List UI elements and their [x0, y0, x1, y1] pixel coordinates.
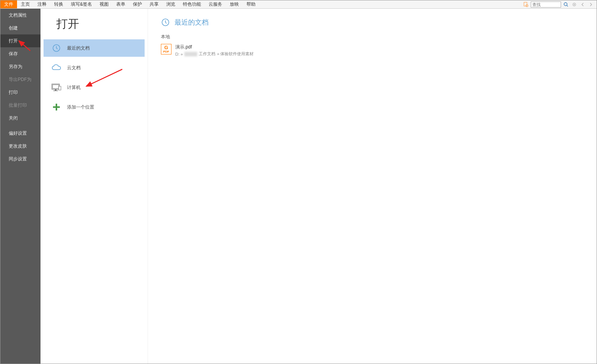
- file-sidebar: 文档属性 创建 打开 保存 另存为 导出PDF为 打印 批量打印 关闭 偏好设置…: [0, 9, 41, 364]
- location-label: 计算机: [67, 84, 81, 91]
- section-local: 本地: [161, 34, 584, 40]
- svg-rect-10: [53, 90, 58, 91]
- location-cloud[interactable]: 云文档: [44, 59, 145, 76]
- sidebar-save-as[interactable]: 另存为: [0, 60, 41, 73]
- computer-icon: [51, 82, 62, 93]
- sidebar-sync[interactable]: 同步设置: [0, 152, 41, 165]
- sidebar-save[interactable]: 保存: [0, 47, 41, 60]
- menu-convert[interactable]: 转换: [50, 0, 67, 8]
- main-body: 文档属性 创建 打开 保存 另存为 导出PDF为 打印 批量打印 关闭 偏好设置…: [0, 9, 597, 364]
- open-subpanel: 打开 最近的文档 云文档 计算机: [41, 9, 148, 364]
- search-icon[interactable]: [563, 1, 569, 8]
- sidebar-print[interactable]: 打印: [0, 86, 41, 99]
- clock-icon: [161, 18, 170, 27]
- file-info: 演示.pdf D: » xxxx 工作文档 » 体验软件使用素材: [175, 44, 254, 57]
- pdf-file-icon: G PDF: [161, 44, 171, 54]
- menu-cloud[interactable]: 云服务: [205, 0, 226, 8]
- svg-point-5: [574, 4, 575, 5]
- sidebar-skin[interactable]: 更改皮肤: [0, 140, 41, 152]
- recent-file-item[interactable]: G PDF 演示.pdf D: » xxxx 工作文档 » 体验软件使用素材: [161, 42, 584, 58]
- file-path: D: » xxxx 工作文档 » 体验软件使用素材: [175, 51, 254, 57]
- location-label: 添加一个位置: [67, 104, 94, 110]
- search-page-icon[interactable]: [522, 1, 529, 8]
- menu-view[interactable]: 视图: [96, 0, 112, 8]
- menu-form[interactable]: 表单: [112, 0, 129, 8]
- menu-browse[interactable]: 浏览: [162, 0, 179, 8]
- svg-rect-0: [524, 2, 527, 6]
- clock-icon: [51, 43, 62, 53]
- menu-home[interactable]: 主页: [17, 0, 34, 8]
- sidebar-close[interactable]: 关闭: [0, 112, 41, 124]
- cloud-icon: [51, 62, 62, 73]
- menu-share[interactable]: 共享: [146, 0, 162, 8]
- sidebar-create[interactable]: 创建: [0, 22, 41, 34]
- svg-rect-8: [53, 85, 59, 89]
- sidebar-doc-properties[interactable]: 文档属性: [0, 9, 41, 22]
- sidebar-preferences[interactable]: 偏好设置: [0, 127, 41, 140]
- settings-gear-icon[interactable]: [571, 1, 578, 8]
- menu-annotate[interactable]: 注释: [34, 0, 50, 8]
- menu-slideshow[interactable]: 放映: [226, 0, 243, 8]
- svg-line-3: [567, 5, 568, 6]
- menu-bar: 文件 主页 注释 转换 填写&签名 视图 表单 保护 共享 浏览 特色功能 云服…: [0, 0, 597, 9]
- file-name: 演示.pdf: [175, 44, 254, 50]
- sidebar-open[interactable]: 打开: [0, 34, 41, 47]
- app-window: 文件 主页 注释 转换 填写&签名 视图 表单 保护 共享 浏览 特色功能 云服…: [0, 0, 597, 364]
- nav-prev-icon[interactable]: [579, 1, 586, 8]
- location-computer[interactable]: 计算机: [44, 79, 145, 96]
- svg-rect-13: [53, 106, 60, 108]
- plus-icon: [51, 102, 62, 112]
- nav-next-icon[interactable]: [588, 1, 594, 8]
- menubar-right: [522, 0, 597, 8]
- subpanel-title: 打开: [41, 16, 148, 39]
- menu-file[interactable]: 文件: [0, 0, 17, 8]
- svg-point-2: [564, 3, 567, 6]
- sidebar-export-pdf[interactable]: 导出PDF为: [0, 73, 41, 86]
- content-header: 最近的文档: [161, 18, 584, 27]
- content-title: 最近的文档: [175, 18, 209, 27]
- location-recent[interactable]: 最近的文档: [44, 39, 145, 57]
- location-label: 云文档: [67, 65, 81, 71]
- location-add[interactable]: 添加一个位置: [44, 98, 145, 116]
- svg-rect-11: [59, 86, 61, 90]
- menu-protect[interactable]: 保护: [129, 0, 146, 8]
- svg-rect-9: [55, 89, 56, 90]
- content-area: 最近的文档 本地 G PDF 演示.pdf D: » xxxx 工作文档 » 体…: [148, 9, 597, 364]
- sidebar-batch-print[interactable]: 批量打印: [0, 99, 41, 112]
- menu-fill-sign[interactable]: 填写&签名: [67, 0, 96, 8]
- menu-features[interactable]: 特色功能: [179, 0, 205, 8]
- location-label: 最近的文档: [67, 45, 90, 51]
- search-input[interactable]: [531, 2, 561, 8]
- menu-help[interactable]: 帮助: [243, 0, 259, 8]
